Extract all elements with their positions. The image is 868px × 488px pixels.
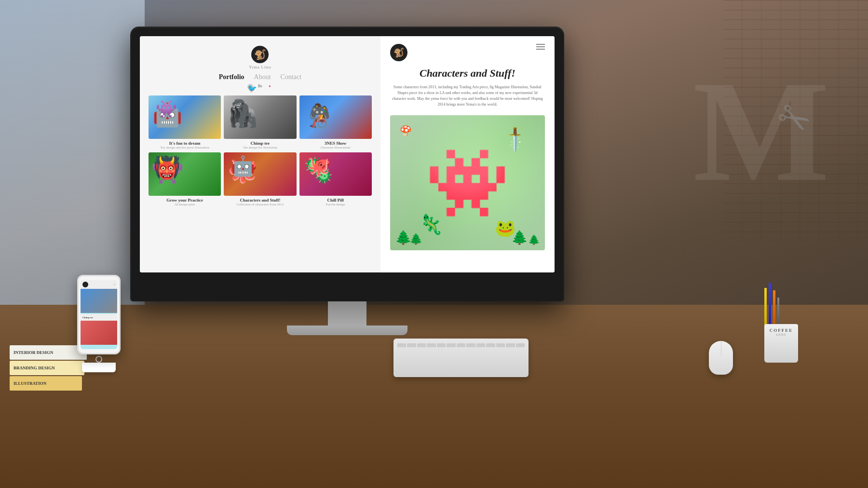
coffee-mug: COFFEE LENS [764, 324, 798, 363]
detail-logo: 🐒 [390, 44, 407, 61]
phone-logo [82, 282, 88, 287]
item-subtitle-chimp: Tee design for Nuvitshop [224, 146, 296, 149]
item-subtitle-practice: 3d design print [149, 203, 221, 206]
pen-1 [777, 298, 779, 326]
thumb-chill: 🦠 [299, 152, 372, 196]
pencil-holder: COFFEE LENS [764, 283, 798, 363]
monitor-stand [130, 301, 564, 335]
item-title-dream: It's fun to dream [149, 141, 221, 146]
portfolio-item-dream[interactable]: 🤖 It's fun to dream Toy design and hot p… [149, 95, 221, 149]
thumb-dream: 🤖 [149, 95, 221, 139]
monitor-bezel: 🐒 Yema Lima Portfolio About Contact 🐦 Be… [130, 27, 564, 301]
portfolio-item-chill[interactable]: 🦠 Chill Pill Psyche design [299, 152, 372, 206]
phone-thumb-1 [81, 289, 117, 313]
item-subtitle-chill: Psyche design [299, 203, 372, 206]
small-monster-2: 🐸 [495, 218, 516, 238]
item-title-chill: Chill Pill [299, 198, 372, 203]
hamburger-menu[interactable] [536, 44, 545, 50]
book-illustration: ILLUSTRATION [10, 376, 82, 391]
portfolio-panel: 🐒 Yema Lima Portfolio About Contact 🐦 Be… [140, 36, 380, 272]
thumb-characters: 🐙 [224, 152, 296, 196]
item-subtitle-dream: Toy design and hot press illustration [149, 146, 221, 149]
hamburger-line-3 [536, 49, 545, 50]
keyboard [393, 339, 529, 377]
portfolio-grid: 🤖 It's fun to dream Toy design and hot p… [149, 95, 372, 206]
item-subtitle-3nes: Character Illustrations [299, 146, 372, 149]
thumb-chimp: 🦍 [224, 95, 296, 139]
phone-item-label: Chimp tee [81, 314, 117, 321]
item-title-3nes: 3NES Show [299, 141, 372, 146]
social-icons: 🐦 Be ● [149, 84, 372, 90]
hamburger-line-2 [536, 46, 545, 47]
nav-contact[interactable]: Contact [281, 73, 302, 81]
nav-about[interactable]: About [254, 73, 271, 81]
detail-description: Some characters from 2013, including my … [390, 84, 545, 108]
pencil-3 [773, 290, 775, 326]
mushroom-left: 🍄 [400, 125, 412, 136]
phone-stand [82, 363, 116, 372]
book-branding: BRANDING design [10, 361, 84, 375]
mug-sublabel: LENS [776, 333, 787, 337]
phone-thumb-2 [81, 321, 117, 345]
thumb-practice: 👾 [149, 152, 221, 196]
portfolio-item-practice[interactable]: 👾 Grow your Practice 3d design print [149, 152, 221, 206]
portfolio-item-3nes[interactable]: 🧑‍🦽 3NES Show Character Illustrations [299, 95, 372, 149]
item-title-chimp: Chimp tee [224, 141, 296, 146]
book-interior: INTERIOR design [10, 345, 87, 360]
detail-artwork: 🌲 🌲 🌲 🌲 👾 🦎 🐸 🗡️ 🍄 [390, 115, 545, 250]
pencil-2 [769, 283, 771, 326]
pencil-1 [764, 288, 767, 326]
nav-links: Portfolio About Contact [149, 73, 372, 81]
thumb-3nes: 🧑‍🦽 [299, 95, 372, 139]
item-title-characters: Characters and Stuff! [224, 198, 296, 203]
small-monster-1: 🦎 [419, 213, 443, 236]
detail-panel: 🐒 Characters and Stuff! Some characters … [380, 36, 555, 272]
mouse-line [721, 341, 721, 355]
detail-header: 🐒 [390, 44, 545, 61]
detail-title: Characters and Stuff! [390, 67, 545, 80]
phone-home-button[interactable] [95, 356, 102, 363]
monitor-neck [328, 301, 366, 325]
twitter-icon[interactable]: 🐦 [247, 84, 253, 90]
dribbble-icon[interactable]: ● [267, 84, 272, 90]
portfolio-item-chimp[interactable]: 🦍 Chimp tee Tee design for Nuvitshop [224, 95, 296, 149]
mouse [709, 335, 733, 375]
main-character: 👾 [425, 143, 510, 223]
nav-portfolio[interactable]: Portfolio [219, 73, 244, 81]
monitor-screen: 🐒 Yema Lima Portfolio About Contact 🐦 Be… [140, 36, 555, 272]
site-logo: 🐒 Yema Lima [149, 46, 372, 69]
monitor: 🐒 Yema Lima Portfolio About Contact 🐦 Be… [130, 27, 564, 335]
keyboard-keys [393, 339, 529, 352]
logo-text: Yema Lima [149, 65, 372, 69]
tree-right: 🌲 [528, 234, 540, 245]
mouse-body [709, 341, 733, 375]
mug-label: COFFEE [770, 328, 793, 333]
portfolio-item-characters[interactable]: 🐙 Characters and Stuff! Collection of ch… [224, 152, 296, 206]
item-title-practice: Grow your Practice [149, 198, 221, 203]
item-subtitle-characters: Collection of characters from 2013 [224, 203, 296, 206]
books-stack: INTERIOR design BRANDING design ILLUSTRA… [10, 345, 87, 392]
phone-screen: ≡ Chimp tee [81, 280, 117, 349]
artwork-container: 🌲 🌲 🌲 🌲 👾 🦎 🐸 🗡️ 🍄 [390, 115, 545, 250]
keyboard-body [393, 339, 529, 377]
logo-icon: 🐒 [251, 46, 269, 63]
window-light [0, 0, 145, 338]
pencils [764, 283, 798, 326]
phone-bezel: ≡ Chimp tee [77, 275, 121, 354]
phone-mockup: ≡ Chimp tee [77, 275, 121, 372]
phone-nav: ≡ [81, 280, 117, 289]
behance-icon[interactable]: Be [257, 84, 263, 90]
hamburger-line-1 [536, 44, 545, 45]
wall-decoration: M [693, 48, 829, 215]
monitor-base [287, 325, 407, 335]
